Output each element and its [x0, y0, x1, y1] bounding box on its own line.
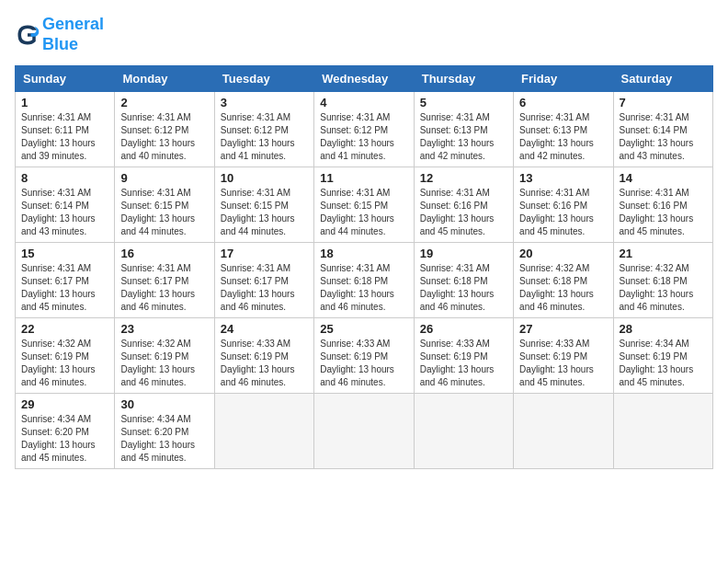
day-info: Sunrise: 4:32 AMSunset: 6:19 PMDaylight:…	[120, 339, 195, 387]
day-info: Sunrise: 4:31 AMSunset: 6:15 PMDaylight:…	[120, 188, 195, 236]
calendar-cell: 6Sunrise: 4:31 AMSunset: 6:13 PMDaylight…	[514, 92, 613, 167]
day-number: 10	[221, 171, 308, 185]
day-number: 22	[21, 322, 108, 336]
day-info: Sunrise: 4:32 AMSunset: 6:18 PMDaylight:…	[620, 263, 694, 312]
calendar-week-row: 8Sunrise: 4:31 AMSunset: 6:14 PMDaylight…	[16, 167, 713, 243]
day-info: Sunrise: 4:31 AMSunset: 6:12 PMDaylight:…	[120, 112, 195, 161]
day-info: Sunrise: 4:31 AMSunset: 6:11 PMDaylight:…	[21, 112, 96, 161]
day-info: Sunrise: 4:33 AMSunset: 6:19 PMDaylight:…	[519, 339, 594, 387]
day-number: 2	[120, 96, 208, 109]
day-number: 8	[21, 171, 108, 185]
calendar-week-row: 15Sunrise: 4:31 AMSunset: 6:17 PMDayligh…	[16, 243, 713, 318]
day-number: 16	[120, 247, 208, 260]
calendar-cell: 5Sunrise: 4:31 AMSunset: 6:13 PMDaylight…	[414, 92, 513, 167]
day-info: Sunrise: 4:31 AMSunset: 6:16 PMDaylight:…	[519, 188, 594, 236]
weekday-header: Thursday	[414, 66, 513, 92]
weekday-header: Wednesday	[314, 66, 414, 92]
calendar-cell: 15Sunrise: 4:31 AMSunset: 6:17 PMDayligh…	[16, 243, 115, 318]
calendar-cell: 4Sunrise: 4:31 AMSunset: 6:12 PMDaylight…	[314, 92, 414, 167]
day-number: 30	[120, 397, 208, 411]
day-number: 21	[620, 247, 707, 260]
calendar-header-row: SundayMondayTuesdayWednesdayThursdayFrid…	[16, 66, 713, 92]
day-number: 23	[120, 322, 208, 336]
logo: General Blue	[15, 15, 104, 54]
calendar-cell: 19Sunrise: 4:31 AMSunset: 6:18 PMDayligh…	[414, 243, 513, 318]
weekday-header: Sunday	[16, 66, 115, 92]
day-number: 25	[320, 322, 407, 336]
logo-blue: Blue	[42, 35, 78, 53]
logo-general: General	[42, 15, 104, 33]
day-info: Sunrise: 4:31 AMSunset: 6:12 PMDaylight:…	[320, 112, 394, 161]
day-number: 20	[519, 247, 607, 260]
calendar-cell: 9Sunrise: 4:31 AMSunset: 6:15 PMDaylight…	[115, 167, 214, 243]
day-number: 7	[620, 96, 707, 109]
calendar-cell: 29Sunrise: 4:34 AMSunset: 6:20 PMDayligh…	[16, 394, 115, 469]
day-number: 9	[120, 171, 208, 185]
day-info: Sunrise: 4:34 AMSunset: 6:20 PMDaylight:…	[21, 414, 96, 463]
calendar-cell: 21Sunrise: 4:32 AMSunset: 6:18 PMDayligh…	[613, 243, 712, 318]
calendar-cell: 22Sunrise: 4:32 AMSunset: 6:19 PMDayligh…	[16, 318, 115, 394]
page-header: General Blue	[15, 15, 713, 54]
day-number: 28	[620, 322, 707, 336]
day-info: Sunrise: 4:31 AMSunset: 6:17 PMDaylight:…	[221, 263, 295, 312]
calendar-cell	[214, 394, 313, 469]
calendar-cell: 8Sunrise: 4:31 AMSunset: 6:14 PMDaylight…	[16, 167, 115, 243]
weekday-header: Monday	[115, 66, 214, 92]
day-info: Sunrise: 4:31 AMSunset: 6:17 PMDaylight:…	[120, 263, 195, 312]
day-info: Sunrise: 4:32 AMSunset: 6:18 PMDaylight:…	[519, 263, 594, 312]
day-info: Sunrise: 4:32 AMSunset: 6:19 PMDaylight:…	[21, 339, 96, 387]
day-number: 3	[221, 96, 308, 109]
day-info: Sunrise: 4:31 AMSunset: 6:16 PMDaylight:…	[420, 188, 495, 236]
calendar-week-row: 1Sunrise: 4:31 AMSunset: 6:11 PMDaylight…	[16, 92, 713, 167]
calendar-cell: 3Sunrise: 4:31 AMSunset: 6:12 PMDaylight…	[214, 92, 313, 167]
day-number: 15	[21, 247, 108, 260]
calendar-cell: 30Sunrise: 4:34 AMSunset: 6:20 PMDayligh…	[115, 394, 214, 469]
day-info: Sunrise: 4:33 AMSunset: 6:19 PMDaylight:…	[221, 339, 295, 387]
calendar-cell: 26Sunrise: 4:33 AMSunset: 6:19 PMDayligh…	[414, 318, 513, 394]
day-number: 11	[320, 171, 407, 185]
day-info: Sunrise: 4:33 AMSunset: 6:19 PMDaylight:…	[420, 339, 495, 387]
weekday-header: Friday	[514, 66, 613, 92]
calendar-week-row: 29Sunrise: 4:34 AMSunset: 6:20 PMDayligh…	[16, 394, 713, 469]
day-info: Sunrise: 4:34 AMSunset: 6:19 PMDaylight:…	[620, 339, 694, 387]
weekday-header: Tuesday	[214, 66, 313, 92]
day-number: 5	[420, 96, 507, 109]
day-number: 29	[21, 397, 108, 411]
calendar-cell: 16Sunrise: 4:31 AMSunset: 6:17 PMDayligh…	[115, 243, 214, 318]
day-info: Sunrise: 4:34 AMSunset: 6:20 PMDaylight:…	[120, 414, 195, 463]
calendar-cell: 11Sunrise: 4:31 AMSunset: 6:15 PMDayligh…	[314, 167, 414, 243]
calendar-cell: 12Sunrise: 4:31 AMSunset: 6:16 PMDayligh…	[414, 167, 513, 243]
calendar-cell	[414, 394, 513, 469]
day-number: 1	[21, 96, 108, 109]
calendar-cell: 24Sunrise: 4:33 AMSunset: 6:19 PMDayligh…	[214, 318, 313, 394]
calendar-table: SundayMondayTuesdayWednesdayThursdayFrid…	[15, 65, 713, 469]
calendar-cell: 2Sunrise: 4:31 AMSunset: 6:12 PMDaylight…	[115, 92, 214, 167]
day-number: 4	[320, 96, 407, 109]
calendar-cell: 10Sunrise: 4:31 AMSunset: 6:15 PMDayligh…	[214, 167, 313, 243]
day-number: 6	[519, 96, 607, 109]
calendar-cell	[613, 394, 712, 469]
calendar-cell	[314, 394, 414, 469]
day-info: Sunrise: 4:31 AMSunset: 6:17 PMDaylight:…	[21, 263, 96, 312]
day-info: Sunrise: 4:31 AMSunset: 6:14 PMDaylight:…	[620, 112, 694, 161]
calendar-cell: 13Sunrise: 4:31 AMSunset: 6:16 PMDayligh…	[514, 167, 613, 243]
day-info: Sunrise: 4:31 AMSunset: 6:16 PMDaylight:…	[620, 188, 694, 236]
day-number: 17	[221, 247, 308, 260]
day-info: Sunrise: 4:31 AMSunset: 6:14 PMDaylight:…	[21, 188, 96, 236]
day-number: 13	[519, 171, 607, 185]
calendar-cell: 18Sunrise: 4:31 AMSunset: 6:18 PMDayligh…	[314, 243, 414, 318]
day-info: Sunrise: 4:31 AMSunset: 6:13 PMDaylight:…	[420, 112, 495, 161]
weekday-header: Saturday	[613, 66, 712, 92]
day-number: 18	[320, 247, 407, 260]
day-info: Sunrise: 4:31 AMSunset: 6:13 PMDaylight:…	[519, 112, 594, 161]
day-number: 12	[420, 171, 507, 185]
day-info: Sunrise: 4:31 AMSunset: 6:18 PMDaylight:…	[420, 263, 495, 312]
day-info: Sunrise: 4:31 AMSunset: 6:15 PMDaylight:…	[320, 188, 394, 236]
day-number: 27	[519, 322, 607, 336]
day-number: 26	[420, 322, 507, 336]
day-info: Sunrise: 4:31 AMSunset: 6:15 PMDaylight:…	[221, 188, 295, 236]
day-info: Sunrise: 4:31 AMSunset: 6:12 PMDaylight:…	[221, 112, 295, 161]
calendar-cell: 25Sunrise: 4:33 AMSunset: 6:19 PMDayligh…	[314, 318, 414, 394]
calendar-cell: 20Sunrise: 4:32 AMSunset: 6:18 PMDayligh…	[514, 243, 613, 318]
calendar-cell: 14Sunrise: 4:31 AMSunset: 6:16 PMDayligh…	[613, 167, 712, 243]
